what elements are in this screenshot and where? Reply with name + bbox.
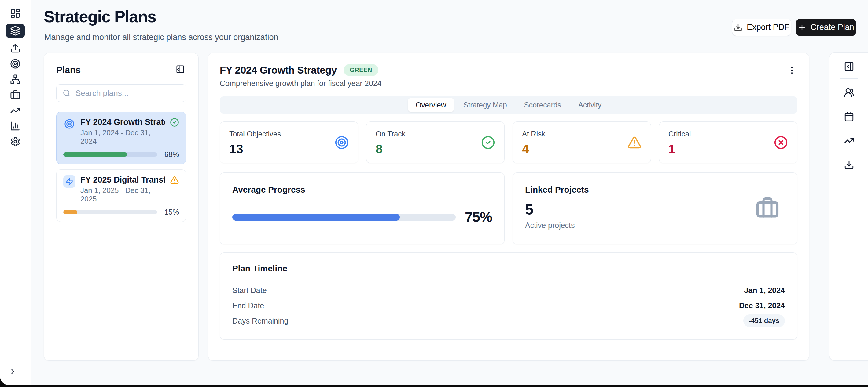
- average-progress-row: 75%: [232, 209, 492, 225]
- nav-item-projects[interactable]: [8, 90, 23, 100]
- zap-icon: [63, 175, 75, 188]
- page-title: Strategic Plans: [44, 7, 156, 26]
- nav-item-reports[interactable]: [8, 120, 23, 132]
- stat-label: On Track: [376, 130, 495, 138]
- rail-calendar-button[interactable]: [842, 110, 856, 124]
- plan-progress: 68%: [63, 150, 179, 159]
- average-progress-percent: 75%: [465, 209, 492, 225]
- create-plan-button[interactable]: Create Plan: [796, 19, 856, 36]
- rail-users-button[interactable]: [842, 85, 856, 100]
- timeline-label: Days Remaining: [232, 316, 288, 325]
- screen: Strategic Plans Manage and monitor all s…: [0, 0, 868, 387]
- trending-up-icon: [844, 136, 854, 146]
- plan-info: FY 2024 Growth Strategy Jan 1, 2024 - De…: [81, 117, 165, 146]
- tab-overview[interactable]: Overview: [408, 98, 454, 112]
- plan-timeline-card: Plan Timeline Start Date Jan 1, 2024 End…: [220, 252, 797, 340]
- progress-track: [232, 214, 456, 221]
- left-nav-rail: [0, 0, 31, 385]
- export-pdf-button[interactable]: Export PDF: [732, 19, 791, 36]
- stat-label: Critical: [669, 130, 788, 138]
- nav-item-dashboard[interactable]: [8, 8, 23, 19]
- status-badge: GREEN: [344, 64, 378, 76]
- plan-title: FY 2024 Growth Strategy: [220, 64, 337, 76]
- timeline-row-end-date: End Date Dec 31, 2024: [232, 298, 785, 313]
- plan-info: FY 2025 Digital Transforma... Jan 1, 202…: [81, 175, 165, 203]
- plan-dates: Jan 1, 2025 - Dec 31, 2025: [81, 186, 165, 203]
- trending-up-icon: [10, 105, 21, 116]
- collapse-right-panel-button[interactable]: [842, 60, 856, 74]
- plan-name: FY 2025 Digital Transforma...: [81, 175, 165, 185]
- target-icon: [63, 118, 75, 130]
- tab-activity[interactable]: Activity: [570, 98, 609, 112]
- days-remaining-badge: -451 days: [743, 314, 785, 327]
- stat-value: 4: [522, 142, 642, 156]
- nav-item-settings[interactable]: [8, 136, 23, 147]
- plans-panel: Plans FY 2024 Growth Strategy Jan 1, 202…: [44, 53, 199, 361]
- linked-projects-title: Linked Projects: [525, 185, 785, 195]
- briefcase-icon: [10, 90, 21, 100]
- stat-value: 13: [229, 142, 349, 156]
- leftnav-divider: [0, 4, 31, 4]
- stat-card-on-track: On Track 8: [366, 121, 505, 163]
- rail-download-button[interactable]: [842, 158, 856, 172]
- nav-item-trends[interactable]: [8, 105, 23, 116]
- at-risk-status-icon: [170, 175, 179, 185]
- create-plan-label: Create Plan: [810, 23, 854, 32]
- tab-strategy-map[interactable]: Strategy Map: [456, 98, 515, 112]
- timeline-value: Jan 1, 2024: [744, 286, 785, 295]
- bar-chart-icon: [10, 121, 21, 131]
- plans-panel-title: Plans: [56, 65, 81, 75]
- nav-item-upload[interactable]: [8, 43, 23, 54]
- upload-icon: [10, 43, 21, 54]
- panel-left-close-icon: [176, 65, 185, 74]
- stat-card-critical: Critical 1: [659, 121, 797, 163]
- nav-item-plans[interactable]: [5, 24, 25, 38]
- chevron-right-icon[interactable]: [8, 367, 17, 376]
- target-icon: [10, 59, 21, 69]
- nav-item-org-chart[interactable]: [8, 74, 23, 85]
- plan-row: FY 2025 Digital Transforma... Jan 1, 202…: [63, 175, 179, 203]
- x-circle-icon: [774, 136, 788, 149]
- plan-list-item-fy2025[interactable]: FY 2025 Digital Transforma... Jan 1, 202…: [56, 169, 186, 222]
- collapse-plans-panel-button[interactable]: [176, 65, 186, 75]
- target-icon: [335, 136, 349, 149]
- rail-trends-button[interactable]: [842, 134, 856, 148]
- summary-cards-row: Average Progress 75% Linked Projects 5 A…: [220, 172, 797, 244]
- nav-expand-section: [0, 357, 31, 385]
- stat-value: 8: [376, 142, 495, 156]
- progress-track: [63, 210, 157, 214]
- plus-icon: [798, 23, 806, 32]
- plan-detail-panel: FY 2024 Growth Strategy GREEN Comprehens…: [208, 53, 809, 361]
- timeline-label: End Date: [232, 301, 264, 310]
- search-input[interactable]: [75, 88, 180, 98]
- more-options-button[interactable]: [786, 65, 797, 76]
- dashboard-icon: [10, 8, 21, 19]
- plan-row: FY 2024 Growth Strategy Jan 1, 2024 - De…: [63, 117, 179, 146]
- org-chart-icon: [10, 74, 21, 84]
- progress-fill: [63, 210, 77, 214]
- gear-icon: [10, 136, 21, 147]
- plans-search[interactable]: [56, 84, 186, 102]
- stat-card-at-risk: At Risk 4: [513, 121, 651, 163]
- layers-icon: [10, 26, 21, 36]
- detail-tabs: Overview Strategy Map Scorecards Activit…: [220, 97, 797, 113]
- nav-item-objectives[interactable]: [8, 58, 23, 69]
- timeline-row-start-date: Start Date Jan 1, 2024: [232, 283, 785, 298]
- tab-scorecards[interactable]: Scorecards: [517, 98, 569, 112]
- right-utility-rail: [829, 52, 868, 361]
- detail-header: FY 2024 Growth Strategy GREEN: [220, 64, 797, 76]
- on-track-status-icon: [170, 118, 179, 127]
- plan-progress: 15%: [63, 208, 179, 216]
- plan-list-item-fy2024[interactable]: FY 2024 Growth Strategy Jan 1, 2024 - De…: [56, 112, 186, 164]
- calendar-icon: [844, 111, 854, 122]
- timeline-rows: Start Date Jan 1, 2024 End Date Dec 31, …: [232, 283, 785, 328]
- download-icon: [734, 23, 742, 32]
- average-progress-title: Average Progress: [232, 185, 492, 195]
- plans-panel-header: Plans: [56, 65, 186, 75]
- timeline-value: Dec 31, 2024: [739, 301, 785, 310]
- timeline-row-days-remaining: Days Remaining -451 days: [232, 313, 785, 328]
- stat-cards-row: Total Objectives 13 On Track 8 At Risk 4…: [220, 121, 797, 163]
- stat-card-total-objectives: Total Objectives 13: [220, 121, 358, 163]
- kebab-menu-icon: [787, 65, 797, 75]
- progress-fill: [232, 214, 400, 221]
